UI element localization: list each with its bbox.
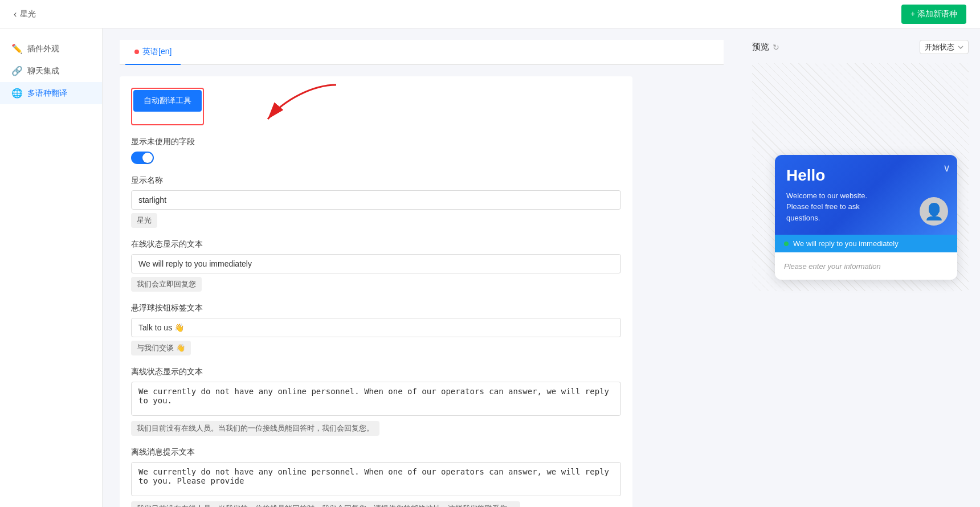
tab-bar: 英语[en] — [120, 40, 724, 65]
edit-icon: ✏️ — [11, 43, 23, 54]
toggle-wrapper — [131, 152, 621, 164]
offline-status-tag: 我们目前没有在线人员。当我们的一位接线员能回答时，我们会回复您。 — [131, 421, 379, 436]
chat-header: ∨ Hello Welcome to our website. Please f… — [775, 155, 957, 235]
add-lang-button[interactable]: + 添加新语种 — [901, 5, 966, 24]
back-icon: ‹ — [14, 9, 17, 19]
sidebar-item-chat-integration[interactable]: 🔗 聊天集成 — [0, 60, 102, 82]
content-area: 自动翻译工具 显示未使用的字段 — [120, 76, 632, 507]
preview-header: 预览 ↻ 开始状态 离线状态 — [752, 40, 969, 54]
chat-welcome-text: Welcome to our website. Please feel free… — [786, 190, 889, 224]
tab-english[interactable]: 英语[en] — [125, 40, 181, 65]
online-status-label: 在线状态显示的文本 — [131, 239, 621, 250]
main-layout: ✏️ 插件外观 🔗 聊天集成 🌐 多语种翻译 英语[en] 自动翻译工具 — [0, 28, 980, 507]
topbar-left: ‹ 星光 — [14, 9, 36, 19]
sidebar-label-plugin-appearance: 插件外观 — [27, 44, 59, 54]
offline-status-textarea[interactable] — [131, 382, 621, 416]
chat-input-hint: Please enter your information — [784, 262, 881, 271]
chat-close-icon[interactable]: ∨ — [943, 162, 950, 174]
btn-highlight-box: 自动翻译工具 — [131, 88, 204, 125]
main-content: 英语[en] 自动翻译工具 — [103, 28, 741, 507]
display-name-tag: 星光 — [131, 213, 157, 228]
chat-status-bar: We will reply to you immediately — [775, 235, 957, 252]
offline-msg-textarea[interactable] — [131, 462, 621, 496]
chat-avatar: 👤 — [920, 197, 948, 226]
field-floating-ball: 悬浮球按钮标签文本 与我们交谈 👋 — [131, 303, 621, 355]
link-icon: 🔗 — [11, 66, 23, 76]
sidebar-item-plugin-appearance[interactable]: ✏️ 插件外观 — [0, 38, 102, 60]
online-status-tag: 我们会立即回复您 — [131, 277, 202, 292]
toggle-section: 显示未使用的字段 — [131, 137, 621, 164]
sidebar: ✏️ 插件外观 🔗 聊天集成 🌐 多语种翻译 — [0, 28, 103, 507]
online-status-input[interactable] — [131, 254, 621, 273]
app-title: 星光 — [20, 9, 36, 19]
topbar: ‹ 星光 + 添加新语种 — [0, 0, 980, 28]
field-offline-msg: 离线消息提示文本 我们目前没有在线人员。当我们的一位接线员能回答时，我们会回复您… — [131, 447, 621, 507]
field-display-name: 显示名称 星光 — [131, 175, 621, 228]
sidebar-label-chat-integration: 聊天集成 — [27, 66, 59, 76]
sidebar-item-multilang[interactable]: 🌐 多语种翻译 — [0, 82, 102, 104]
chat-status-text: We will reply to you immediately — [793, 239, 899, 248]
display-name-input[interactable] — [131, 190, 621, 210]
chat-hello-text: Hello — [786, 166, 946, 185]
floating-ball-tag: 与我们交谈 👋 — [131, 341, 191, 355]
field-offline-status: 离线状态显示的文本 我们目前没有在线人员。当我们的一位接线员能回答时，我们会回复… — [131, 367, 621, 436]
display-name-label: 显示名称 — [131, 175, 621, 186]
preview-background: ∨ Hello Welcome to our website. Please f… — [752, 63, 969, 291]
preview-title: 预览 ↻ — [752, 42, 779, 52]
chat-body: Please enter your information — [775, 252, 957, 280]
back-button[interactable]: ‹ 星光 — [14, 9, 36, 19]
auto-translate-section: 自动翻译工具 — [131, 88, 621, 125]
refresh-icon[interactable]: ↻ — [773, 43, 779, 52]
offline-msg-label: 离线消息提示文本 — [131, 447, 621, 457]
field-online-status: 在线状态显示的文本 我们会立即回复您 — [131, 239, 621, 292]
red-arrow-indicator — [256, 82, 342, 128]
preview-state-select[interactable]: 开始状态 离线状态 — [920, 40, 969, 54]
offline-msg-tag: 我们目前没有在线人员。当我们的一位接线员能回答时，我们会回复您。请提供您的邮箱地… — [131, 501, 520, 507]
offline-status-label: 离线状态显示的文本 — [131, 367, 621, 377]
chat-widget: ∨ Hello Welcome to our website. Please f… — [775, 155, 957, 280]
online-status-dot — [784, 242, 789, 246]
tab-dot — [134, 50, 139, 54]
floating-ball-label: 悬浮球按钮标签文本 — [131, 303, 621, 313]
toggle-knob — [142, 153, 153, 163]
globe-icon: 🌐 — [11, 88, 23, 99]
preview-title-text: 预览 — [752, 42, 769, 52]
auto-translate-button[interactable]: 自动翻译工具 — [133, 90, 202, 112]
tab-label: 英语[en] — [142, 47, 172, 57]
preview-panel: 预览 ↻ 开始状态 离线状态 ∨ Hello Welcome to our we… — [741, 28, 980, 507]
avatar-icon: 👤 — [924, 202, 944, 221]
toggle-label: 显示未使用的字段 — [131, 137, 621, 147]
toggle-switch[interactable] — [131, 152, 154, 164]
sidebar-label-multilang: 多语种翻译 — [27, 88, 67, 99]
floating-ball-input[interactable] — [131, 318, 621, 337]
